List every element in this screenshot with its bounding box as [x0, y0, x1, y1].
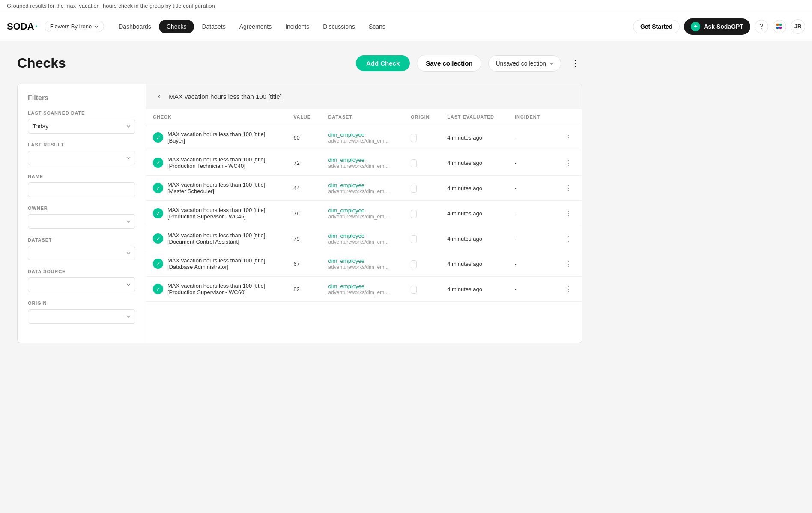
- row-more-button[interactable]: ⋮: [561, 283, 575, 295]
- dataset-link[interactable]: dim_employee: [328, 283, 397, 289]
- check-cell-3: ✓ MAX vacation hours less than 100 [titl…: [146, 201, 287, 226]
- dataset-cell-2: dim_employee adventureworks/dim_em...: [321, 176, 404, 201]
- incident-cell-4: -: [508, 226, 551, 251]
- nav-item-datasets[interactable]: Datasets: [196, 20, 231, 33]
- dataset-cell-0: dim_employee adventureworks/dim_em...: [321, 125, 404, 150]
- filter-last-scanned-date: LAST SCANNED DATE Today: [28, 110, 135, 134]
- svg-rect-3: [779, 27, 782, 29]
- dataset-link[interactable]: dim_employee: [328, 182, 397, 188]
- table-row: ✓ MAX vacation hours less than 100 [titl…: [146, 277, 582, 302]
- ask-soda-button[interactable]: ✦ Ask SodaGPT: [684, 18, 750, 35]
- filters-panel: Filters LAST SCANNED DATE Today LAST RES…: [18, 84, 146, 343]
- page-header: Checks Add Check Save collection Unsaved…: [17, 55, 582, 72]
- col-value: VALUE: [287, 109, 321, 125]
- page-title: Checks: [17, 55, 349, 71]
- filter-data-source-label: DATA SOURCE: [28, 269, 135, 274]
- dataset-sub: adventureworks/dim_em...: [328, 138, 397, 144]
- results-header: ‹ MAX vacation hours less than 100 [titl…: [146, 84, 582, 109]
- filter-owner-label: OWNER: [28, 206, 135, 211]
- dataset-cell-3: dim_employee adventureworks/dim_em...: [321, 201, 404, 226]
- row-more-button[interactable]: ⋮: [561, 258, 575, 270]
- check-pass-icon: ✓: [153, 233, 163, 244]
- check-pass-icon: ✓: [153, 132, 163, 143]
- save-collection-button[interactable]: Save collection: [417, 55, 481, 72]
- col-incident: INCIDENT: [508, 109, 551, 125]
- dataset-sub: adventureworks/dim_em...: [328, 163, 397, 169]
- origin-select[interactable]: [28, 309, 135, 324]
- filter-last-scanned-date-label: LAST SCANNED DATE: [28, 110, 135, 116]
- col-last-evaluated: LAST EVALUATED: [440, 109, 508, 125]
- last-evaluated-cell-4: 4 minutes ago: [440, 226, 508, 251]
- filter-dataset-label: DATASET: [28, 237, 135, 242]
- origin-badge: [411, 235, 417, 243]
- last-result-select[interactable]: [28, 151, 135, 165]
- filter-data-source: DATA SOURCE: [28, 269, 135, 292]
- check-sub: [Database Administrator]: [167, 264, 265, 270]
- row-more-button[interactable]: ⋮: [561, 233, 575, 245]
- nav-item-incidents[interactable]: Incidents: [279, 20, 315, 33]
- actions-cell-4: ⋮: [552, 226, 582, 251]
- check-sub: [Production Supervisor - WC45]: [167, 213, 265, 220]
- last-scanned-date-select[interactable]: Today: [28, 119, 135, 134]
- name-input[interactable]: [28, 182, 135, 197]
- table-row: ✓ MAX vacation hours less than 100 [titl…: [146, 176, 582, 201]
- check-cell-4: ✓ MAX vacation hours less than 100 [titl…: [146, 226, 287, 251]
- checks-table: CHECK VALUE DATASET ORIGIN LAST EVALUATE…: [146, 109, 582, 302]
- value-cell-3: 76: [287, 201, 321, 226]
- last-evaluated-cell-0: 4 minutes ago: [440, 125, 508, 150]
- data-source-select[interactable]: [28, 277, 135, 292]
- incident-cell-3: -: [508, 201, 551, 226]
- dataset-link[interactable]: dim_employee: [328, 131, 397, 138]
- check-pass-icon: ✓: [153, 158, 163, 168]
- nav-item-discussions[interactable]: Discussions: [317, 20, 361, 33]
- origin-badge: [411, 260, 417, 268]
- origin-badge: [411, 210, 417, 218]
- check-sub: [Document Control Assistant]: [167, 239, 265, 245]
- dataset-select[interactable]: [28, 246, 135, 260]
- origin-badge: [411, 159, 417, 167]
- value-cell-6: 82: [287, 277, 321, 302]
- nav-item-checks[interactable]: Checks: [159, 20, 194, 33]
- apps-button[interactable]: [773, 20, 786, 33]
- dataset-cell-5: dim_employee adventureworks/dim_em...: [321, 251, 404, 277]
- row-more-button[interactable]: ⋮: [561, 132, 575, 143]
- org-selector[interactable]: Flowers By Irene: [45, 21, 104, 32]
- owner-select[interactable]: [28, 214, 135, 229]
- origin-badge: [411, 185, 417, 193]
- value-cell-2: 44: [287, 176, 321, 201]
- more-options-button[interactable]: ⋮: [568, 56, 582, 71]
- svg-rect-0: [776, 24, 779, 26]
- filter-dataset: DATASET: [28, 237, 135, 260]
- dataset-link[interactable]: dim_employee: [328, 233, 397, 239]
- actions-cell-0: ⋮: [552, 125, 582, 150]
- filters-title: Filters: [28, 94, 135, 102]
- value-cell-5: 67: [287, 251, 321, 277]
- nav-item-dashboards[interactable]: Dashboards: [113, 20, 157, 33]
- navbar: SODA· Flowers By Irene Dashboards Checks…: [0, 12, 812, 41]
- col-dataset: DATASET: [321, 109, 404, 125]
- add-check-button[interactable]: Add Check: [356, 55, 410, 71]
- user-avatar[interactable]: JR: [791, 19, 805, 34]
- logo-text: SODA: [7, 21, 34, 32]
- check-name: MAX vacation hours less than 100 [title]: [167, 131, 265, 137]
- check-cell-6: ✓ MAX vacation hours less than 100 [titl…: [146, 277, 287, 302]
- logo: SODA·: [7, 21, 38, 32]
- origin-badge: [411, 134, 417, 142]
- row-more-button[interactable]: ⋮: [561, 182, 575, 194]
- dataset-link[interactable]: dim_employee: [328, 157, 397, 163]
- back-button[interactable]: ‹: [155, 91, 164, 102]
- row-more-button[interactable]: ⋮: [561, 157, 575, 169]
- help-button[interactable]: ?: [755, 20, 768, 33]
- dataset-cell-1: dim_employee adventureworks/dim_em...: [321, 150, 404, 176]
- nav-item-agreements[interactable]: Agreements: [233, 20, 278, 33]
- nav-item-scans[interactable]: Scans: [363, 20, 391, 33]
- get-started-button[interactable]: Get Started: [633, 20, 680, 33]
- ask-soda-label: Ask SodaGPT: [704, 23, 743, 30]
- collection-dropdown-label: Unsaved collection: [496, 60, 546, 67]
- dataset-cell-4: dim_employee adventureworks/dim_em...: [321, 226, 404, 251]
- dataset-link[interactable]: dim_employee: [328, 207, 397, 214]
- dataset-link[interactable]: dim_employee: [328, 258, 397, 264]
- row-more-button[interactable]: ⋮: [561, 208, 575, 219]
- actions-cell-5: ⋮: [552, 251, 582, 277]
- collection-dropdown[interactable]: Unsaved collection: [488, 55, 561, 72]
